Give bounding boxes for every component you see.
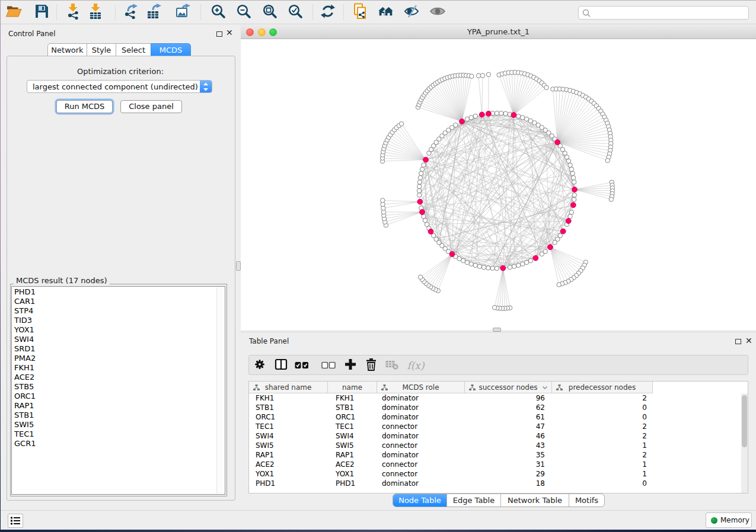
control-panel-close-icon[interactable]: ✕ xyxy=(226,28,233,37)
save-session-icon[interactable] xyxy=(33,4,50,21)
mcds-list-scrollbar[interactable] xyxy=(216,287,224,493)
column-header-successor-nodes[interactable]: successor nodes xyxy=(465,382,552,393)
cell-predecessor_nodes: 2 xyxy=(552,450,647,460)
show-all-icon[interactable] xyxy=(429,5,446,20)
zoom-selected-icon[interactable] xyxy=(288,4,304,22)
mcds-result-item[interactable]: CAR1 xyxy=(12,297,216,306)
mcds-result-item[interactable]: STB1 xyxy=(12,411,216,420)
horizontal-splitter-grip[interactable] xyxy=(493,328,501,332)
tab-network[interactable]: Network xyxy=(47,43,87,56)
task-history-button[interactable] xyxy=(8,514,23,528)
optimization-criterion-select[interactable]: largest connected component (undirected) xyxy=(27,80,212,93)
function-builder-icon[interactable]: f(x) xyxy=(407,360,424,371)
run-mcds-button[interactable]: Run MCDS xyxy=(56,100,113,113)
cell-predecessor_nodes: 1 xyxy=(552,469,647,479)
mcds-result-item[interactable]: PHD1 xyxy=(12,287,216,297)
tab-motifs[interactable]: Motifs xyxy=(569,494,604,507)
mcds-result-item[interactable]: TID3 xyxy=(12,316,216,325)
column-header-MCDS-role[interactable]: MCDS role xyxy=(377,382,465,393)
table-row[interactable]: RAP1RAP1dominator352 xyxy=(249,450,664,460)
cell-predecessor_nodes: 1 xyxy=(552,441,647,450)
tab-mcds[interactable]: MCDS xyxy=(151,43,191,56)
node-table[interactable]: shared namenameMCDS rolesuccessor nodesp… xyxy=(248,381,748,493)
mcds-result-item[interactable]: RAP1 xyxy=(12,401,216,411)
find-neighbors-icon[interactable] xyxy=(377,4,394,21)
cell-name: PHD1 xyxy=(336,479,377,488)
memory-button[interactable]: Memory xyxy=(706,512,752,528)
refresh-icon[interactable] xyxy=(320,4,336,22)
hide-selected-icon[interactable] xyxy=(403,3,420,22)
mcds-result-item[interactable]: TEC1 xyxy=(12,430,216,439)
vertical-splitter-grip[interactable] xyxy=(236,261,241,271)
mcds-result-item[interactable]: STB5 xyxy=(12,382,216,392)
table-toolbar: f(x) xyxy=(248,355,748,375)
mcds-result-list[interactable]: PHD1CAR1STP4TID3YOX1SWI4SRD1PMA2FKH1ACE2… xyxy=(11,286,225,495)
table-row[interactable]: STB1STB1dominator620 xyxy=(249,403,664,412)
zoom-out-icon[interactable] xyxy=(236,4,252,22)
mcds-result-item[interactable]: FKH1 xyxy=(12,363,216,373)
export-network-icon[interactable] xyxy=(123,3,139,22)
memory-status-icon xyxy=(711,517,717,524)
mcds-result-item[interactable]: SWI4 xyxy=(12,335,216,344)
export-table-icon[interactable] xyxy=(146,3,162,22)
close-panel-button[interactable]: Close panel xyxy=(120,100,182,113)
tab-edge-table[interactable]: Edge Table xyxy=(446,494,500,507)
open-session-icon[interactable] xyxy=(5,4,22,21)
cell-name: ORC1 xyxy=(336,412,377,422)
network-canvas[interactable] xyxy=(241,40,756,330)
delete-column-icon[interactable] xyxy=(365,358,378,373)
mcds-result-item[interactable]: PMA2 xyxy=(12,354,216,363)
table-scrollbar-thumb[interactable] xyxy=(742,395,747,447)
mcds-result-item[interactable]: STP4 xyxy=(12,306,216,316)
cell-mcds_role: connector xyxy=(382,460,465,469)
table-row[interactable]: TEC1TEC1connector472 xyxy=(249,422,664,431)
deselect-all-icon[interactable] xyxy=(321,360,336,371)
table-row[interactable]: SWI4SWI4dominator462 xyxy=(249,431,664,441)
mcds-result-item[interactable]: SRD1 xyxy=(12,344,216,354)
tab-select[interactable]: Select xyxy=(116,43,151,56)
mcds-result-item[interactable]: ORC1 xyxy=(12,392,216,401)
table-scrollbar[interactable] xyxy=(741,393,748,493)
column-header-name[interactable]: name xyxy=(328,382,377,393)
toolbar-separator xyxy=(56,5,57,21)
tab-node-table[interactable]: Node Table xyxy=(393,494,446,507)
desktop-bottom-edge xyxy=(0,530,756,532)
mcds-result-item[interactable]: YOX1 xyxy=(12,325,216,335)
cell-successor_nodes: 47 xyxy=(465,422,545,431)
network-window-titlebar[interactable]: YPA_prune.txt_1 xyxy=(241,25,756,39)
table-row[interactable]: FKH1FKH1dominator962 xyxy=(249,393,664,403)
table-panel-float-icon[interactable] xyxy=(735,339,741,344)
table-row[interactable]: ORC1ORC1dominator610 xyxy=(249,412,664,422)
table-row[interactable]: YOX1YOX1connector291 xyxy=(249,469,664,479)
network-window-title: YPA_prune.txt_1 xyxy=(241,27,756,36)
column-header-shared-name[interactable]: shared name xyxy=(249,382,328,393)
cell-successor_nodes: 96 xyxy=(465,393,545,403)
import-table-icon[interactable] xyxy=(88,3,103,22)
mcds-result-item[interactable]: ACE2 xyxy=(12,373,216,382)
table-panel-close-icon[interactable]: ✕ xyxy=(745,336,752,345)
control-panel-tabs: NetworkStyleSelectMCDS xyxy=(47,43,191,56)
import-network-icon[interactable] xyxy=(65,3,81,22)
show-column-icon[interactable] xyxy=(275,358,288,373)
select-all-icon[interactable] xyxy=(295,360,309,371)
cell-successor_nodes: 46 xyxy=(465,431,545,441)
table-options-gear-icon[interactable] xyxy=(253,358,266,373)
cell-shared_name: ACE2 xyxy=(256,460,328,469)
share-document-icon[interactable] xyxy=(352,2,369,23)
tab-network-table[interactable]: Network Table xyxy=(500,494,569,507)
desktop-left-edge xyxy=(0,0,1,532)
table-row[interactable]: PHD1PHD1dominator180 xyxy=(249,479,664,488)
mcds-result-item[interactable]: GCR1 xyxy=(12,439,216,448)
control-panel-float-icon[interactable] xyxy=(216,31,222,37)
table-row[interactable]: ACE2ACE2connector311 xyxy=(249,460,664,469)
column-header-predecessor-nodes[interactable]: predecessor nodes xyxy=(552,382,653,393)
delete-table-icon[interactable] xyxy=(385,359,399,372)
export-image-icon[interactable] xyxy=(175,3,192,22)
mcds-result-item[interactable]: SWI5 xyxy=(12,420,216,430)
tab-style[interactable]: Style xyxy=(87,43,116,56)
add-column-icon[interactable] xyxy=(344,358,356,373)
table-row[interactable]: SWI5SWI5connector431 xyxy=(249,441,664,450)
search-input[interactable] xyxy=(578,6,749,20)
zoom-fit-icon[interactable] xyxy=(262,4,278,22)
zoom-in-icon[interactable] xyxy=(210,4,227,22)
